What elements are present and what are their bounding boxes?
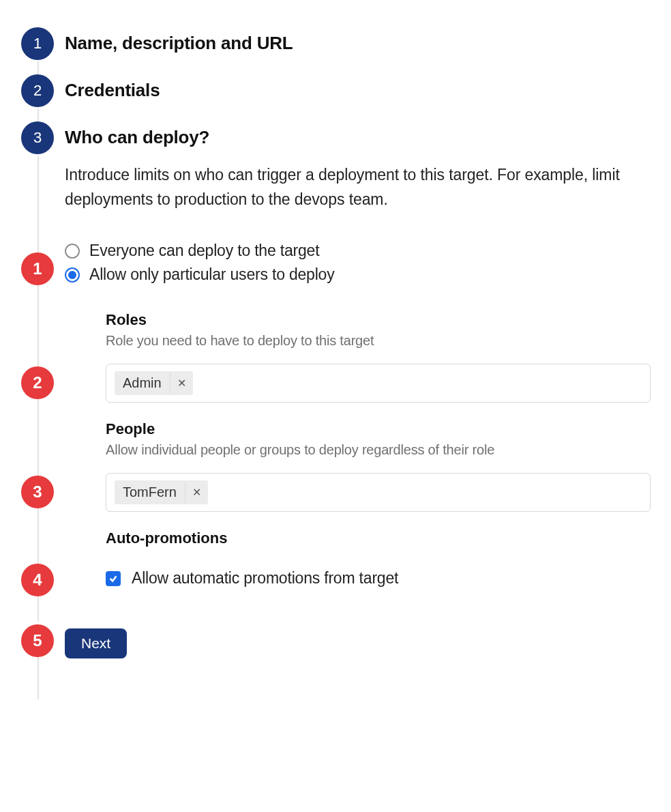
callout-connector: [38, 598, 39, 608]
step-number-badge-3: 3: [21, 121, 54, 154]
auto-promotions-checkbox-label: Allow automatic promotions from target: [132, 569, 398, 588]
radio-everyone[interactable]: Everyone can deploy to the target: [65, 239, 651, 263]
people-subheading: Allow individual people or groups to dep…: [106, 442, 651, 458]
callout-step-auto-heading: Auto-promotions: [17, 530, 651, 564]
callout-badge-4: 4: [21, 564, 54, 596]
callout-step-people-heading: People Allow individual people or groups…: [17, 420, 651, 473]
step-title-2: Credentials: [65, 74, 651, 121]
radio-particular[interactable]: Allow only particular users to deploy: [65, 263, 651, 287]
callout-step-roles-heading: Roles Role you need to have to deploy to…: [17, 311, 651, 364]
callout-badge-1: 1: [21, 252, 54, 285]
radio-label-particular: Allow only particular users to deploy: [89, 265, 335, 284]
remove-role-tag-button[interactable]: ✕: [170, 373, 193, 394]
callout-step-4: 4 Allow automatic promotions from target: [17, 564, 651, 615]
wizard-step-2: 2 Credentials: [17, 74, 651, 121]
step-title-1: Name, description and URL: [65, 27, 651, 74]
stepper-connector: [38, 656, 39, 699]
callout-step-1: 1 Everyone can deploy to the target Allo…: [17, 239, 651, 298]
callout-step-2: 2 Admin ✕: [17, 364, 651, 418]
radio-label-everyone: Everyone can deploy to the target: [89, 242, 319, 260]
auto-promotions-heading: Auto-promotions: [106, 530, 651, 547]
wizard-footer: 5 Next: [17, 615, 651, 686]
callout-badge-2: 2: [21, 366, 54, 399]
roles-tag-input[interactable]: Admin ✕: [106, 364, 651, 403]
remove-person-tag-button[interactable]: ✕: [185, 482, 208, 503]
checkbox-checked-icon: [106, 571, 121, 586]
radio-icon: [65, 244, 80, 259]
wizard-step-3: 3 Who can deploy? Introduce limits on wh…: [17, 121, 651, 615]
auto-promotions-checkbox-row[interactable]: Allow automatic promotions from target: [106, 564, 651, 588]
callout-stepper: 1 Everyone can deploy to the target Allo…: [17, 239, 651, 615]
step-number-badge-1: 1: [21, 27, 54, 60]
step-number-badge-2: 2: [21, 74, 54, 107]
roles-heading: Roles: [106, 311, 651, 329]
people-tag-input[interactable]: TomFern ✕: [106, 473, 651, 512]
people-heading: People: [106, 420, 651, 438]
callout-badge-5: 5: [21, 624, 54, 657]
next-button[interactable]: Next: [65, 628, 127, 658]
roles-subheading: Role you need to have to deploy to this …: [106, 333, 651, 349]
wizard-stepper: 1 Name, description and URL 2 Credential…: [17, 27, 651, 686]
callout-badge-3: 3: [21, 476, 54, 508]
radio-icon-selected: [65, 267, 80, 282]
callout-connector: [38, 420, 39, 480]
role-tag-label: Admin: [115, 371, 170, 395]
wizard-step-1: 1 Name, description and URL: [17, 27, 651, 74]
person-tag-chip: TomFern ✕: [115, 480, 208, 504]
step-description: Introduce limits on who can trigger a de…: [65, 163, 651, 212]
radio-group: Everyone can deploy to the target Allow …: [65, 239, 651, 298]
role-tag-chip: Admin ✕: [115, 371, 193, 395]
callout-connector: [38, 311, 39, 371]
step-title-3: Who can deploy?: [65, 121, 651, 169]
callout-step-3: 3 TomFern ✕: [17, 473, 651, 527]
person-tag-label: TomFern: [115, 480, 185, 504]
